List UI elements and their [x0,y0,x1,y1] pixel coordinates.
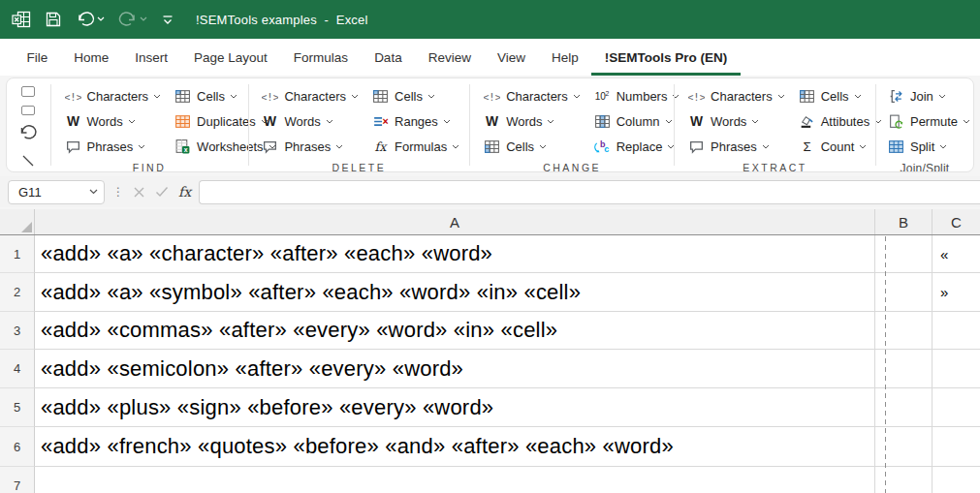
checkbox[interactable] [21,106,35,116]
cell-A6[interactable]: «add» «french» «quotes» «before» «and» «… [35,427,875,467]
cell-B6[interactable] [875,427,933,467]
cell-B7[interactable] [875,467,933,493]
svg-text:<!>: <!> [484,90,500,103]
cell-C1[interactable]: « [933,235,980,273]
tab-file[interactable]: File [14,39,61,76]
insert-function-icon[interactable]: fx [178,184,191,200]
chevron-down-icon [326,119,333,124]
undo-button[interactable] [76,11,105,28]
cell-C5[interactable] [933,388,980,427]
column-header-c[interactable]: C [933,209,980,234]
ribbon-button-permute[interactable]: Permute [886,108,972,134]
ribbon-button-join[interactable]: Join [886,83,972,108]
enter-check-icon[interactable] [155,186,169,198]
button-label: Phrases [284,139,331,154]
cell-C7[interactable] [933,467,980,493]
ribbon-button-change-words[interactable]: WWords [482,108,583,134]
svg-text:<!>: <!> [65,90,81,103]
formula-bar-splitter[interactable]: ⋮ [112,185,125,199]
cell-A5[interactable]: «add» «plus» «sign» «before» «every» «wo… [35,388,875,427]
formula-input[interactable] [199,180,980,204]
tab-page-layout[interactable]: Page Layout [181,39,281,76]
cell-reference: G11 [18,185,89,200]
column-header-a[interactable]: A [35,209,875,234]
row-header-7[interactable]: 7 [0,467,35,493]
ribbon-button-change-replace[interactable]: bcReplace [592,134,682,159]
ribbon-button-extract-attributes[interactable]: Attibutes [797,108,885,134]
tab-data[interactable]: Data [362,39,416,76]
cell-C2[interactable]: » [933,273,980,312]
chevron-down-icon [665,119,673,124]
customize-qat-icon[interactable] [161,13,174,26]
row-header-2[interactable]: 2 [0,273,35,312]
name-box[interactable]: G11 [8,180,105,204]
ribbon-button-delete-phrases[interactable]: Phrases [260,134,361,159]
name-box-chevron-icon[interactable] [89,189,98,195]
words-icon: W [688,113,705,130]
redo-button[interactable] [118,11,147,28]
ribbon-button-extract-phrases[interactable]: Phrases [686,134,787,159]
tab-semtools-pro[interactable]: !SEMTools Pro (EN) [591,39,741,76]
ribbon-button-find-phrases[interactable]: Phrases [63,134,164,159]
ribbon-button-change-characters[interactable]: <!>Characters [482,83,583,108]
cell-C3[interactable] [933,312,980,350]
ribbon-button-delete-characters[interactable]: <!>Characters [260,83,361,108]
ribbon-button-delete-formulas[interactable]: fxFormulas [370,134,461,159]
cell-B2[interactable] [875,273,933,312]
row-header-6[interactable]: 6 [0,427,35,467]
tab-insert[interactable]: Insert [122,39,181,76]
cancel-icon[interactable] [133,186,145,199]
tab-view[interactable]: View [484,39,538,76]
ribbon-button-find-words[interactable]: WWords [63,108,164,134]
column-header-b[interactable]: B [875,209,933,234]
ribbon-button-extract-characters[interactable]: <!>Characters [686,83,787,108]
cell-B1[interactable] [875,235,933,273]
ribbon-button-delete-cells[interactable]: Cells [370,83,461,108]
tab-review[interactable]: Review [415,39,484,76]
chevron-down-icon [539,144,547,149]
select-all-button[interactable] [0,209,35,234]
ribbon-button-change-column[interactable]: Column [592,108,682,134]
cell-A2[interactable]: «add» «a» «symbol» «after» «each» «word»… [35,273,875,312]
cell-A1[interactable]: «add» «a» «character» «after» «each» «wo… [35,235,875,273]
row-header-3[interactable]: 3 [0,312,35,350]
ribbon-button-change-numbers[interactable]: 102Numbers [592,83,682,108]
cell-A3[interactable]: «add» «commas» «after» «every» «word» «i… [35,312,875,350]
save-icon[interactable] [45,11,62,28]
ribbon-group-extract: <!>Characters WWords Phrases Cells Attib… [675,78,875,171]
tab-formulas[interactable]: Formulas [280,39,361,76]
cell-C6[interactable] [933,427,980,467]
ribbon-button-extract-count[interactable]: ΣCount [797,134,885,159]
tab-home[interactable]: Home [61,39,122,76]
cell-A4[interactable]: «add» «semicolon» «after» «every» «word» [35,350,875,388]
ribbon-button-find-characters[interactable]: <!>Characters [63,83,164,108]
button-label: Ranges [395,114,438,129]
ribbon-button-extract-words[interactable]: WWords [686,108,787,134]
row-header-1[interactable]: 1 [0,235,35,273]
select-all-triangle-icon [21,222,32,232]
ribbon-button-split[interactable]: Split [886,134,972,159]
chevron-down-icon [452,144,459,149]
ribbon-button-change-cells[interactable]: Cells [482,134,583,159]
button-label: Phrases [711,139,757,154]
cell-B3[interactable] [875,312,933,350]
ribbon-button-extract-cells[interactable]: Cells [797,83,885,108]
button-label: Characters [284,89,346,104]
cell-B5[interactable] [875,388,933,427]
svg-text:x: x [184,145,188,152]
ribbon-button-delete-words[interactable]: WWords [260,108,361,134]
row-header-4[interactable]: 4 [0,350,35,388]
cell-A7[interactable] [35,467,875,493]
ribbon-button-delete-ranges[interactable]: ×Ranges [370,108,461,134]
tab-help[interactable]: Help [538,39,591,76]
excel-app-icon[interactable] [12,11,31,28]
cell-C4[interactable] [933,350,980,388]
undo-icon[interactable] [18,124,38,145]
cell-B4[interactable] [875,350,933,388]
row-header-5[interactable]: 5 [0,388,35,427]
ribbon-tab-bar: File Home Insert Page Layout Formulas Da… [0,39,980,76]
checkbox[interactable] [21,86,35,97]
ribbon-group-join-split: Join Permute Split Join/Split [876,78,973,171]
diagonal-border-icon[interactable] [21,154,35,171]
chevron-down-icon [777,94,785,99]
